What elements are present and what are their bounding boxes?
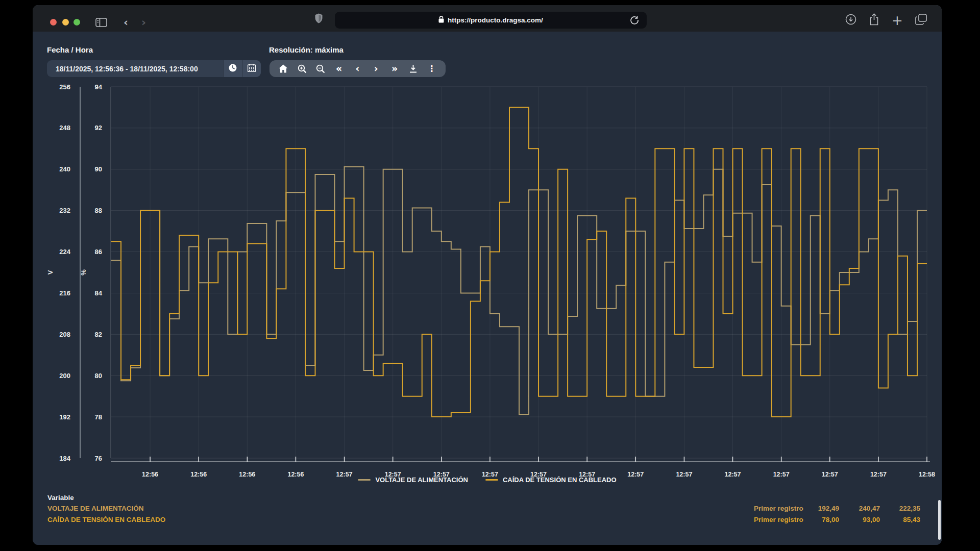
legend-item-voltaje[interactable]: VOLTAJE DE ALIMENTACIÓN bbox=[358, 476, 468, 484]
right-axis-tick-label: 78 bbox=[95, 413, 102, 421]
browser-titlebar: ‹ › https://producto.dragsa.com/ bbox=[33, 5, 942, 32]
legend-swatch-caida bbox=[485, 479, 498, 481]
tab-overview-icon[interactable] bbox=[915, 14, 927, 27]
legend-label-voltaje: VOLTAJE DE ALIMENTACIÓN bbox=[375, 476, 468, 484]
variable-table-header: Variable bbox=[47, 494, 74, 502]
forward-button[interactable]: › bbox=[141, 16, 146, 29]
table-row[interactable]: VOLTAJE DE ALIMENTACIÓN Primer registro … bbox=[33, 505, 942, 513]
right-axis-tick-label: 90 bbox=[95, 165, 102, 173]
variable-name[interactable]: VOLTAJE DE ALIMENTACIÓN bbox=[47, 505, 144, 512]
downloads-icon[interactable] bbox=[845, 14, 856, 27]
variable-name[interactable]: CAÍDA DE TENSIÓN EN CABLEADO bbox=[47, 516, 165, 523]
right-axis-tick-label: 88 bbox=[95, 207, 102, 214]
close-window-button[interactable] bbox=[50, 19, 57, 26]
left-axis-tick-label: 256 bbox=[59, 83, 70, 91]
lock-icon bbox=[438, 16, 444, 24]
right-axis-tick-label: 86 bbox=[95, 248, 102, 256]
legend-item-caida[interactable]: CAÍDA DE TENSIÓN EN CABLEADO bbox=[485, 476, 617, 484]
row-value-avg: 222,35 bbox=[877, 505, 920, 512]
back-button[interactable]: ‹ bbox=[124, 16, 128, 29]
privacy-shield-icon[interactable] bbox=[315, 13, 323, 26]
page-scrollbar[interactable] bbox=[938, 500, 941, 540]
reload-icon[interactable] bbox=[629, 15, 640, 27]
sidebar-toggle-icon[interactable] bbox=[95, 18, 107, 29]
left-axis-tick-label: 232 bbox=[59, 207, 70, 214]
zoom-window-button[interactable] bbox=[74, 19, 80, 26]
series-line-voltaje bbox=[111, 167, 927, 414]
right-axis-tick-label: 84 bbox=[95, 289, 103, 297]
left-axis-unit-label: V bbox=[46, 270, 54, 274]
right-axis-unit-label: % bbox=[80, 269, 87, 276]
new-tab-icon[interactable]: + bbox=[892, 15, 903, 26]
left-axis-tick-label: 192 bbox=[59, 413, 70, 421]
right-axis-tick-label: 80 bbox=[95, 372, 102, 380]
left-axis-tick-label: 200 bbox=[59, 372, 70, 380]
row-value-min: 78,00 bbox=[796, 516, 839, 523]
left-axis-tick-label: 184 bbox=[59, 455, 70, 462]
chart-legend: VOLTAJE DE ALIMENTACIÓN CAÍDA DE TENSIÓN… bbox=[33, 476, 942, 484]
left-axis-tick-label: 240 bbox=[59, 165, 70, 173]
share-icon[interactable] bbox=[869, 13, 879, 28]
legend-swatch-voltaje bbox=[358, 479, 371, 481]
row-value-max: 93,00 bbox=[837, 516, 880, 523]
right-axis-tick-label: 92 bbox=[95, 124, 102, 132]
screen: ‹ › https://producto.dragsa.com/ bbox=[0, 0, 980, 551]
row-value-min: 192,49 bbox=[796, 505, 839, 512]
left-axis-tick-label: 248 bbox=[59, 124, 70, 132]
row-value-avg: 85,43 bbox=[877, 516, 920, 523]
left-axis-tick-label: 224 bbox=[59, 248, 70, 256]
address-bar[interactable]: https://producto.dragsa.com/ bbox=[335, 12, 647, 29]
page-content: Fecha / Hora 18/11/2025, 12:56:36 - 18/1… bbox=[33, 32, 942, 545]
right-axis-tick-label: 76 bbox=[95, 455, 102, 462]
timeseries-chart[interactable]: 12:5612:5612:5612:5612:5712:5712:5712:57… bbox=[33, 32, 942, 545]
browser-window: ‹ › https://producto.dragsa.com/ bbox=[33, 5, 942, 545]
row-value-max: 240,47 bbox=[837, 505, 880, 512]
minimize-window-button[interactable] bbox=[62, 19, 69, 26]
address-url: https://producto.dragsa.com/ bbox=[448, 16, 543, 24]
legend-label-caida: CAÍDA DE TENSIÓN EN CABLEADO bbox=[503, 476, 617, 484]
table-row[interactable]: CAÍDA DE TENSIÓN EN CABLEADO Primer regi… bbox=[33, 516, 942, 524]
right-axis-tick-label: 94 bbox=[95, 83, 103, 91]
left-axis-tick-label: 208 bbox=[59, 331, 70, 338]
right-axis-tick-label: 82 bbox=[95, 331, 102, 338]
left-axis-tick-label: 216 bbox=[59, 289, 70, 297]
